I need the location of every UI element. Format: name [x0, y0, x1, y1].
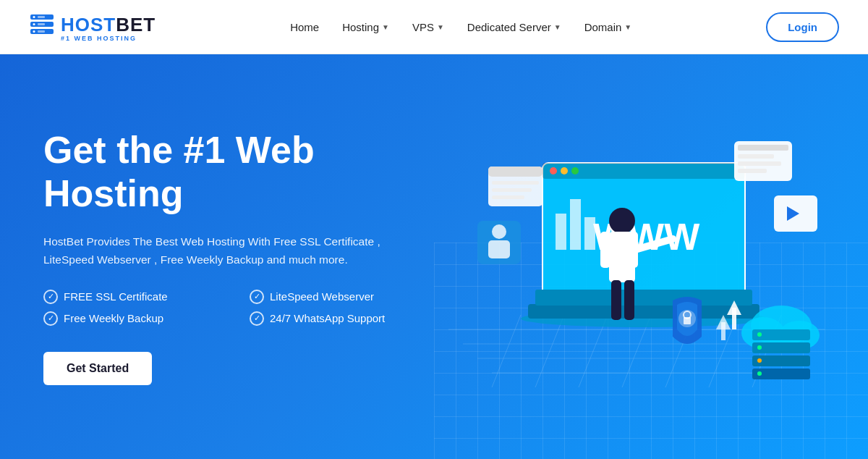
svg-rect-31 — [528, 304, 760, 319]
svg-point-68 — [757, 371, 762, 376]
hero-description: HostBet Provides The Best Web Hosting Wi… — [43, 233, 391, 269]
svg-rect-42 — [738, 154, 774, 159]
svg-rect-70 — [721, 322, 726, 340]
nav-links: Home Hosting ▼ VPS ▼ Dedicated Server ▼ … — [281, 15, 640, 39]
hero-features-list: ✓ FREE SSL Certificate ✓ LiteSpeed Webse… — [43, 290, 434, 326]
svg-rect-6 — [38, 16, 45, 18]
hero-section: Get the #1 Web Hosting HostBet Provides … — [0, 54, 868, 459]
nav-vps[interactable]: VPS ▼ — [404, 15, 453, 39]
svg-rect-8 — [38, 30, 45, 33]
feature-ssl: ✓ FREE SSL Certificate — [43, 290, 228, 304]
feature-litespeed: ✓ LiteSpeed Webserver — [250, 290, 434, 304]
logo-subtitle: #1 WEB HOSTING — [61, 35, 137, 42]
nav-domain[interactable]: Domain ▼ — [576, 15, 641, 39]
svg-point-67 — [757, 358, 762, 363]
svg-point-4 — [33, 23, 35, 25]
svg-line-13 — [492, 315, 521, 387]
svg-point-53 — [492, 224, 506, 239]
svg-point-65 — [757, 332, 762, 337]
svg-rect-50 — [492, 188, 532, 192]
svg-point-24 — [550, 167, 557, 174]
logo-area: HOSTBET #1 WEB HOSTING — [29, 12, 156, 42]
svg-point-66 — [757, 345, 762, 350]
svg-rect-7 — [38, 23, 45, 25]
svg-rect-27 — [556, 214, 566, 250]
vps-dropdown-arrow: ▼ — [437, 23, 444, 31]
svg-point-3 — [33, 16, 35, 18]
svg-line-14 — [535, 315, 564, 387]
svg-rect-48 — [488, 167, 542, 177]
check-icon-backup: ✓ — [43, 311, 58, 326]
svg-rect-29 — [584, 217, 595, 250]
svg-point-25 — [561, 167, 568, 174]
domain-dropdown-arrow: ▼ — [624, 23, 631, 31]
dedicated-dropdown-arrow: ▼ — [554, 23, 561, 31]
svg-rect-54 — [488, 240, 510, 258]
check-icon-ssl: ✓ — [43, 290, 58, 304]
svg-rect-51 — [492, 195, 524, 199]
feature-whatsapp: ✓ 24/7 WhatsApp Support — [250, 311, 434, 326]
navbar: HOSTBET #1 WEB HOSTING Home Hosting ▼ VP… — [0, 0, 868, 54]
svg-rect-43 — [738, 161, 781, 166]
svg-rect-28 — [570, 199, 581, 250]
svg-point-5 — [33, 30, 35, 33]
hero-illustration-area: WWW — [434, 105, 825, 409]
nav-home[interactable]: Home — [281, 15, 328, 39]
hero-content: Get the #1 Web Hosting HostBet Provides … — [43, 129, 434, 384]
svg-point-26 — [571, 167, 579, 174]
svg-point-33 — [609, 208, 635, 234]
svg-rect-37 — [611, 280, 621, 320]
svg-rect-32 — [535, 290, 752, 306]
svg-rect-44 — [738, 169, 767, 173]
login-button[interactable]: Login — [766, 12, 839, 42]
svg-rect-35 — [600, 232, 610, 268]
hero-illustration: WWW — [448, 105, 825, 409]
get-started-button[interactable]: Get Started — [43, 352, 152, 385]
svg-rect-49 — [492, 181, 539, 185]
hero-title: Get the #1 Web Hosting — [43, 129, 434, 216]
check-icon-litespeed: ✓ — [250, 290, 264, 304]
feature-backup: ✓ Free Weekly Backup — [43, 311, 228, 326]
check-icon-whatsapp: ✓ — [250, 311, 264, 326]
logo-text: HOSTBET — [61, 14, 156, 36]
svg-rect-69 — [732, 308, 736, 329]
svg-rect-41 — [738, 145, 788, 151]
svg-rect-38 — [624, 280, 634, 320]
hosting-dropdown-arrow: ▼ — [382, 23, 389, 31]
logo-icon — [29, 12, 55, 38]
nav-dedicated-server[interactable]: Dedicated Server ▼ — [459, 15, 570, 39]
nav-hosting[interactable]: Hosting ▼ — [333, 15, 398, 39]
